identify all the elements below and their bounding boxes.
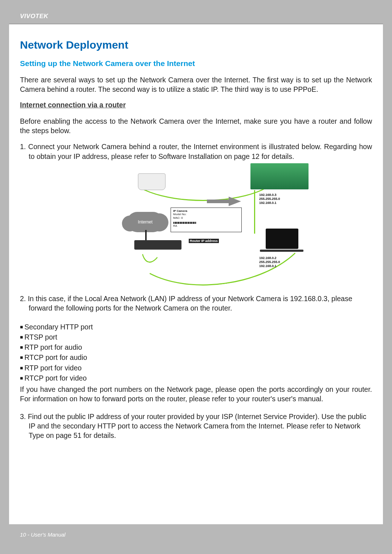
diagram-line bbox=[254, 190, 255, 234]
camera-label-box: IP Camera Model No: MAC: 0 ▮▮▮▮▮▮▮▮▮▮▮▮▮… bbox=[171, 208, 242, 232]
svg-marker-0 bbox=[207, 197, 241, 206]
brand-label: VIVOTEK bbox=[20, 13, 48, 20]
device-thumbnail bbox=[250, 163, 309, 189]
step-2: 2. In this case, if the Local Area Netwo… bbox=[20, 294, 372, 313]
info-line: 255.255.255.0 bbox=[259, 197, 280, 201]
list-item: RTSP port bbox=[20, 332, 372, 342]
before-paragraph: Before enabling the access to the Networ… bbox=[20, 116, 372, 136]
intro-paragraph: There are several ways to set up the Net… bbox=[20, 75, 372, 94]
router-icon bbox=[134, 240, 181, 250]
section-title: Network Deployment bbox=[20, 39, 372, 51]
label-line: Model No: bbox=[173, 213, 239, 216]
list-item: RTP port for video bbox=[20, 363, 372, 373]
info-line: 255.255.255.0 bbox=[259, 260, 280, 264]
footer-text: 10 - User's Manual bbox=[20, 532, 65, 538]
manual-page: VIVOTEK Network Deployment Setting up th… bbox=[9, 9, 383, 545]
info-line: 192.168.0.3 bbox=[259, 193, 280, 197]
label-barcode: ▮▮▮▮▮▮▮▮▮▮▮▮▮▮▮▮▮▮ bbox=[173, 221, 239, 224]
list-item: Secondary HTTP port bbox=[20, 322, 372, 332]
sub-heading: Internet connection via a router bbox=[20, 101, 372, 109]
list-item: RTCP port for audio bbox=[20, 352, 372, 362]
label-line: MAC: 0 bbox=[173, 216, 239, 220]
page-content: Network Deployment Setting up the Networ… bbox=[9, 24, 383, 455]
info-line: 192.168.0.1 bbox=[259, 264, 280, 268]
diagram-container: Internet IP Camera Model No: MAC: 0 ▮▮▮▮… bbox=[20, 165, 372, 287]
laptop-icon bbox=[260, 229, 303, 255]
arrow-icon bbox=[207, 197, 241, 206]
subsection-title: Setting up the Network Camera over the I… bbox=[20, 59, 372, 68]
label-line: IP Camera bbox=[173, 209, 239, 213]
label-line: RA bbox=[173, 224, 239, 228]
info-line: 192.168.0.1 bbox=[259, 201, 280, 205]
after-ports-paragraph: If you have changed the port numbers on … bbox=[20, 385, 372, 404]
cloud-label: Internet bbox=[138, 219, 153, 225]
page-header: VIVOTEK bbox=[9, 9, 383, 24]
network-diagram: Internet IP Camera Model No: MAC: 0 ▮▮▮▮… bbox=[80, 165, 312, 287]
spacer bbox=[20, 317, 372, 322]
list-item: RTP port for audio bbox=[20, 342, 372, 352]
port-list: Secondary HTTP port RTSP port RTP port f… bbox=[20, 322, 372, 383]
laptop-screen bbox=[266, 229, 298, 249]
step-3: 3. Find out the public IP address of you… bbox=[20, 412, 372, 440]
internet-cloud: Internet bbox=[127, 212, 163, 232]
router-label: Router IP address bbox=[189, 239, 219, 243]
info-line: 192.168.0.2 bbox=[259, 256, 280, 260]
device1-info: 192.168.0.3 255.255.255.0 192.168.0.1 bbox=[259, 193, 280, 205]
list-item: RTCP port for video bbox=[20, 373, 372, 383]
device2-info: 192.168.0.2 255.255.255.0 192.168.0.1 bbox=[259, 256, 280, 268]
laptop-base bbox=[260, 250, 303, 252]
page-footer: 10 - User's Manual bbox=[9, 524, 383, 545]
camera-icon bbox=[138, 173, 166, 190]
